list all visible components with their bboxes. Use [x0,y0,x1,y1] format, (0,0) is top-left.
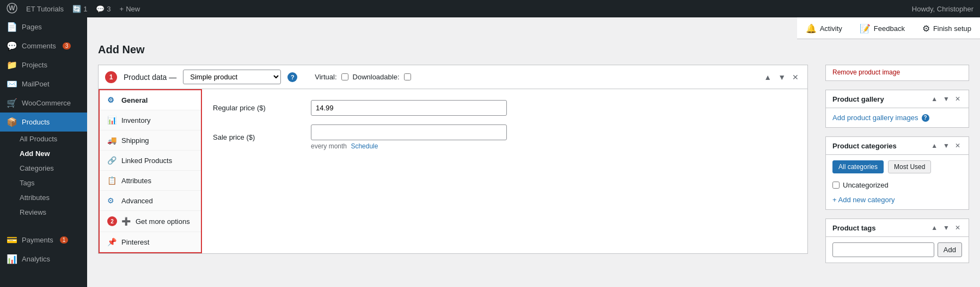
tags-input-row: Add [832,242,962,257]
regular-price-input[interactable] [311,100,507,116]
sale-note: every month Schedule [311,142,507,150]
sidebar-item-products[interactable]: 📦 Products [0,113,87,132]
woocommerce-icon: 🛒 [7,98,17,108]
tags-close[interactable]: ✕ [953,223,962,232]
sale-price-input[interactable] [311,124,507,140]
gallery-collapse-down[interactable]: ▼ [941,95,951,103]
activity-icon: 🔔 [806,23,817,34]
product-categories-body: All categories Most Used Uncategorized +… [826,155,969,209]
virtual-checkbox[interactable] [341,73,348,80]
feedback-icon: 📝 [860,23,871,34]
gallery-widget-controls: ▲ ▼ ✕ [929,95,962,103]
submenu-add-new[interactable]: Add New [0,146,87,161]
product-tags-body: Add [826,237,969,263]
sidebar-item-woocommerce[interactable]: 🛒 WooCommerce [0,93,87,113]
site-name[interactable]: ET Tutorials [26,5,64,13]
tab-linked-products[interactable]: 🔗 Linked Products [100,151,201,171]
plus-icon: + [120,5,124,13]
product-gallery-header[interactable]: Product gallery ▲ ▼ ✕ [826,90,969,108]
sidebar-item-analytics[interactable]: 📊 Analytics [0,249,87,269]
product-tags-header[interactable]: Product tags ▲ ▼ ✕ [826,219,969,237]
categories-collapse-up[interactable]: ▲ [929,141,939,150]
tags-collapse-up[interactable]: ▲ [929,223,939,232]
gallery-collapse-up[interactable]: ▲ [929,95,939,103]
regular-price-field [311,100,507,116]
updates-count[interactable]: 🔄 1 [72,5,87,13]
categories-collapse-down[interactable]: ▼ [941,141,951,150]
product-data-box: 1 Product data — Simple product ? Virtua… [98,65,808,254]
add-gallery-images-row: Add product gallery images ? [832,114,962,122]
add-new-category-link[interactable]: + Add new category [832,196,895,204]
sidebar-item-payments[interactable]: 💳 Payments 1 [0,230,87,249]
activity-button[interactable]: 🔔 Activity [797,17,851,39]
tags-widget-controls: ▲ ▼ ✕ [929,223,962,232]
schedule-link[interactable]: Schedule [351,142,378,150]
submenu-attributes[interactable]: Attributes [0,190,87,205]
gallery-help-icon[interactable]: ? [922,114,929,122]
product-type-select[interactable]: Simple product [183,70,281,84]
attributes-tab-icon: 📋 [107,176,117,185]
shipping-tab-icon: 🚚 [107,136,117,145]
new-item[interactable]: + New [120,5,140,13]
product-data-body: ⚙ General 📊 Inventory 🚚 Shipping [99,89,807,253]
tab-attributes[interactable]: 📋 Attributes [100,171,201,191]
sidebar-item-mailpoet[interactable]: ✉️ MailPoet [0,74,87,93]
tab-inventory[interactable]: 📊 Inventory [100,110,201,130]
comments-item[interactable]: 💬 3 [96,5,111,13]
page-title: Add New [98,43,969,56]
tab-advanced[interactable]: ⚙ Advanced [100,191,201,211]
close-button[interactable]: ✕ [790,72,801,83]
downloadable-checkbox[interactable] [404,73,411,80]
user-greeting: Howdy, Christopher [912,5,973,13]
virtual-row: Virtual: Downloadable: [315,73,411,81]
sale-price-field: every month Schedule [311,124,507,150]
advanced-tab-icon: ⚙ [107,196,117,205]
payments-badge: 1 [60,236,69,244]
add-tag-button[interactable]: Add [938,242,962,257]
sidebar-item-projects[interactable]: 📁 Projects [0,55,87,74]
tab-shipping[interactable]: 🚚 Shipping [100,130,201,151]
svg-text:W: W [9,4,15,12]
sale-price-row: Sale price ($) every month Schedule [213,124,797,150]
comments-icon: 💬 [96,5,105,13]
pinterest-tab-icon: 📌 [107,238,117,246]
submenu-reviews[interactable]: Reviews [0,205,87,220]
submenu-categories[interactable]: Categories [0,161,87,176]
tags-input[interactable] [832,242,934,257]
tab-general[interactable]: ⚙ General [100,90,201,110]
step2-badge: 2 [107,216,117,226]
category-item-uncategorized: Uncategorized [832,179,962,191]
collapse-down-button[interactable]: ▼ [776,72,788,83]
uncategorized-checkbox[interactable] [832,182,840,189]
tab-pinterest[interactable]: 📌 Pinterest [100,232,201,252]
tab-get-more-options[interactable]: 2 ➕ Get more options [100,211,201,232]
tags-collapse-down[interactable]: ▼ [941,223,951,232]
category-tabs: All categories Most Used [832,160,962,173]
help-icon[interactable]: ? [287,72,297,82]
mailpoet-icon: ✉️ [7,79,17,89]
product-gallery-widget: Product gallery ▲ ▼ ✕ Add product galler… [825,90,969,128]
remove-product-image-link[interactable]: Remove product image [826,65,969,80]
product-categories-header[interactable]: Product categories ▲ ▼ ✕ [826,137,969,155]
finish-setup-button[interactable]: ⚙ Finish setup [914,17,980,39]
payments-icon: 💳 [7,235,17,245]
categories-close[interactable]: ✕ [953,141,962,150]
virtual-label: Virtual: [315,73,336,81]
right-sidebar: Remove product image Product gallery ▲ ▼… [817,65,969,272]
feedback-button[interactable]: 📝 Feedback [851,17,914,39]
sidebar-item-pages[interactable]: 📄 Pages [0,17,87,36]
submenu-tags[interactable]: Tags [0,176,87,190]
all-categories-tab[interactable]: All categories [832,160,884,173]
analytics-icon: 📊 [7,254,17,264]
submenu-all-products[interactable]: All Products [0,132,87,146]
collapse-up-button[interactable]: ▲ [762,72,774,83]
products-icon: 📦 [7,117,17,127]
product-tags-widget: Product tags ▲ ▼ ✕ Add [825,219,969,263]
gallery-close[interactable]: ✕ [953,95,962,103]
product-data-section: 1 Product data — Simple product ? Virtua… [98,65,808,254]
sidebar-item-comments[interactable]: 💬 Comments 3 [0,36,87,55]
add-gallery-images-link[interactable]: Add product gallery images [832,114,918,122]
product-tabs: ⚙ General 📊 Inventory 🚚 Shipping [99,89,202,253]
inventory-tab-icon: 📊 [107,116,117,124]
most-used-tab[interactable]: Most Used [888,160,931,173]
